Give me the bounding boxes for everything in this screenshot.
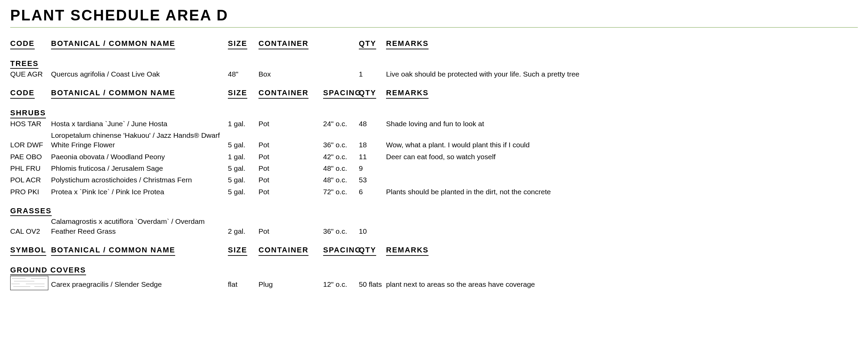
cell-spacing: 36" o.c.	[323, 227, 359, 236]
col-code: CODE	[10, 88, 51, 99]
section-ground-covers: GROUND COVERS	[10, 265, 858, 276]
col-size: SIZE	[228, 245, 258, 256]
cell-code: CAL OV2	[10, 227, 51, 236]
page-title: PLANT SCHEDULE AREA D	[10, 7, 858, 28]
col-name: BOTANICAL / COMMON NAME	[51, 88, 228, 99]
cell-qty: 10	[359, 227, 386, 236]
cell-spacing: 72" o.c.	[323, 187, 359, 197]
cell-size: flat	[228, 280, 258, 289]
cell-name: Paeonia obovata / Woodland Peony	[51, 152, 228, 162]
cell-remarks: plant next to areas so the areas have co…	[386, 280, 858, 289]
cell-qty: 9	[359, 164, 386, 173]
cell-container: Pot	[258, 175, 323, 185]
cell-qty: 53	[359, 175, 386, 185]
col-qty: QTY	[359, 88, 386, 99]
header-row-shrubs: CODE BOTANICAL / COMMON NAME SIZE CONTAI…	[10, 88, 858, 99]
hatch-swatch-icon	[10, 276, 48, 290]
header-row-trees: CODE BOTANICAL / COMMON NAME SIZE CONTAI…	[10, 38, 858, 49]
cell-remarks: Deer can eat food, so watch yoself	[386, 152, 858, 162]
table-row: POL ACR Polystichum acrostichoides / Chr…	[10, 175, 858, 185]
col-container: CONTAINER	[258, 38, 323, 49]
cell-code: LOR DWF	[10, 140, 51, 150]
col-qty: QTY	[359, 38, 386, 49]
col-remarks: REMARKS	[386, 88, 858, 99]
cell-remarks: Live oak should be protected with your l…	[386, 69, 858, 79]
col-spacing: SPACING	[323, 245, 359, 256]
col-name: BOTANICAL / COMMON NAME	[51, 245, 228, 256]
cell-qty: 50 flats	[359, 280, 386, 289]
cell-spacing: 36" o.c.	[323, 140, 359, 150]
table-row: PRO PKI Protea x `Pink Ice` / Pink Ice P…	[10, 187, 858, 197]
cell-name: Hosta x tardiana `June` / June Hosta	[51, 119, 228, 129]
cell-code: HOS TAR	[10, 119, 51, 129]
cell-name: Calamagrostis x acutiflora `Overdam` / O…	[51, 217, 228, 236]
col-code: CODE	[10, 38, 51, 49]
cell-spacing: 48" o.c.	[323, 175, 359, 185]
table-row: LOR DWF Loropetalum chinense 'Hakuou' / …	[10, 131, 858, 150]
cell-container: Pot	[258, 119, 323, 129]
cell-container: Plug	[258, 280, 323, 289]
cell-spacing: 24" o.c.	[323, 119, 359, 129]
cell-qty: 1	[359, 69, 386, 79]
cell-spacing: 42" o.c.	[323, 152, 359, 162]
cell-code: QUE AGR	[10, 69, 51, 79]
cell-container: Pot	[258, 227, 323, 236]
cell-name: Phlomis fruticosa / Jerusalem Sage	[51, 164, 228, 173]
cell-remarks: Wow, what a plant. I would plant this if…	[386, 140, 858, 150]
cell-qty: 48	[359, 119, 386, 129]
table-row: CAL OV2 Calamagrostis x acutiflora `Over…	[10, 217, 858, 236]
cell-size: 1 gal.	[228, 152, 258, 162]
col-name: BOTANICAL / COMMON NAME	[51, 38, 228, 49]
cell-size: 1 gal.	[228, 119, 258, 129]
cell-container: Pot	[258, 164, 323, 173]
cell-code: POL ACR	[10, 175, 51, 185]
col-spacing: SPACING	[323, 88, 359, 99]
cell-remarks: Shade loving and fun to look at	[386, 119, 858, 129]
cell-name: Polystichum acrostichoides / Christmas F…	[51, 175, 228, 185]
cell-spacing: 12" o.c.	[323, 280, 359, 289]
col-remarks: REMARKS	[386, 38, 858, 49]
section-trees: TREES	[10, 59, 858, 69]
cell-qty: 18	[359, 140, 386, 150]
col-qty: QTY	[359, 245, 386, 256]
cell-size: 5 gal.	[228, 164, 258, 173]
cell-container: Pot	[258, 152, 323, 162]
header-row-groundcovers: SYMBOL BOTANICAL / COMMON NAME SIZE CONT…	[10, 245, 858, 256]
col-symbol: SYMBOL	[10, 245, 51, 256]
cell-code: PHL FRU	[10, 164, 51, 173]
cell-remarks: Plants should be planted in the dirt, no…	[386, 187, 858, 197]
cell-symbol	[10, 276, 51, 293]
cell-name: Loropetalum chinense 'Hakuou' / Jazz Han…	[51, 131, 228, 150]
cell-container: Pot	[258, 140, 323, 150]
col-container: CONTAINER	[258, 245, 323, 256]
cell-code: PAE OBO	[10, 152, 51, 162]
col-container: CONTAINER	[258, 88, 323, 99]
col-remarks: REMARKS	[386, 245, 858, 256]
cell-container: Box	[258, 69, 323, 79]
cell-code: PRO PKI	[10, 187, 51, 197]
col-size: SIZE	[228, 38, 258, 49]
cell-spacing: 48" o.c.	[323, 164, 359, 173]
cell-name: Carex praegracilis / Slender Sedge	[51, 280, 228, 289]
cell-name: Quercus agrifolia / Coast Live Oak	[51, 69, 228, 79]
table-row: PAE OBO Paeonia obovata / Woodland Peony…	[10, 152, 858, 162]
cell-qty: 11	[359, 152, 386, 162]
table-row: HOS TAR Hosta x tardiana `June` / June H…	[10, 119, 858, 129]
table-row: PHL FRU Phlomis fruticosa / Jerusalem Sa…	[10, 164, 858, 173]
section-grasses: GRASSES	[10, 206, 858, 216]
cell-size: 48"	[228, 69, 258, 79]
table-row: QUE AGR Quercus agrifolia / Coast Live O…	[10, 69, 858, 79]
table-row: Carex praegracilis / Slender Sedge flat …	[10, 276, 858, 293]
cell-size: 5 gal.	[228, 175, 258, 185]
cell-container: Pot	[258, 187, 323, 197]
cell-size: 5 gal.	[228, 140, 258, 150]
cell-size: 2 gal.	[228, 227, 258, 236]
cell-size: 5 gal.	[228, 187, 258, 197]
cell-qty: 6	[359, 187, 386, 197]
section-shrubs: SHRUBS	[10, 108, 858, 118]
col-size: SIZE	[228, 88, 258, 99]
plant-schedule-page: PLANT SCHEDULE AREA D CODE BOTANICAL / C…	[0, 0, 868, 347]
cell-name: Protea x `Pink Ice` / Pink Ice Protea	[51, 187, 228, 197]
